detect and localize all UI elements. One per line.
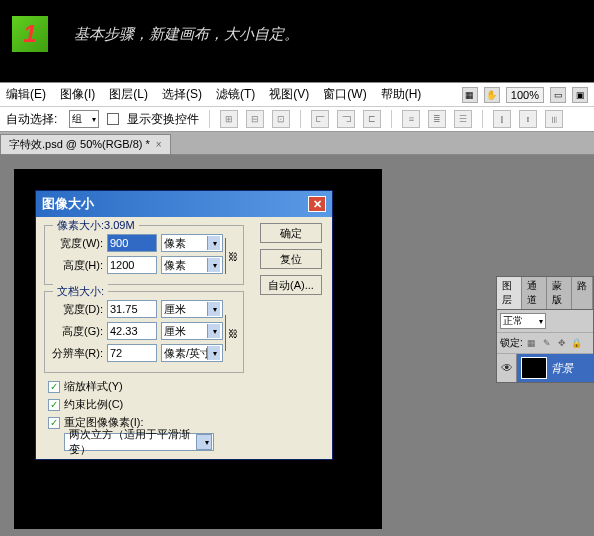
scale-styles-label: 缩放样式(Y) xyxy=(64,379,123,394)
step-badge: 1 xyxy=(12,16,48,52)
menu-select[interactable]: 选择(S) xyxy=(162,86,202,103)
ok-button[interactable]: 确定 xyxy=(260,223,322,243)
options-bar: 自动选择: 组 显示变换控件 ⊞ ⊟ ⊡ ⫍ ⫎ ⊏ ≡ ≣ ☰ ⫿ ⫾ ⫼ xyxy=(0,106,594,132)
resolution-label: 分辨率(R): xyxy=(51,346,103,361)
align-icon[interactable]: ⊏ xyxy=(363,110,381,128)
tab-channels[interactable]: 通道 xyxy=(522,277,547,309)
doc-height-label: 高度(G): xyxy=(51,324,103,339)
doc-width-label: 宽度(D): xyxy=(51,302,103,317)
workspace-icon[interactable]: ▦ xyxy=(462,87,478,103)
doc-width-input[interactable] xyxy=(107,300,157,318)
lock-label: 锁定: xyxy=(500,336,523,350)
menu-view[interactable]: 视图(V) xyxy=(269,86,309,103)
menu-image[interactable]: 图像(I) xyxy=(60,86,95,103)
align-icon[interactable]: ⊟ xyxy=(246,110,264,128)
blend-mode-combo[interactable]: 正常 xyxy=(500,313,546,329)
close-icon[interactable]: ✕ xyxy=(308,196,326,212)
lock-all-icon[interactable]: 🔒 xyxy=(571,337,583,349)
image-size-dialog: 图像大小 ✕ 确定 复位 自动(A)... 像素大小:3.09M 宽度(W): … xyxy=(35,190,333,460)
height-unit-combo[interactable]: 像素▾ xyxy=(161,256,223,274)
step-description: 基本步骤，新建画布，大小自定。 xyxy=(74,25,299,44)
layer-item-background[interactable]: 👁 背景 xyxy=(497,354,593,382)
dist-icon[interactable]: ☰ xyxy=(454,110,472,128)
show-controls-label: 显示变换控件 xyxy=(127,111,199,128)
dialog-titlebar[interactable]: 图像大小 ✕ xyxy=(36,191,332,217)
show-controls-checkbox[interactable] xyxy=(107,113,119,125)
height-label: 高度(H): xyxy=(51,258,103,273)
menu-filter[interactable]: 滤镜(T) xyxy=(216,86,255,103)
doc-width-unit-combo[interactable]: 厘米▾ xyxy=(161,300,223,318)
pixel-size-legend: 像素大小:3.09M xyxy=(53,218,139,233)
view-icon[interactable]: ▭ xyxy=(550,87,566,103)
width-unit-combo[interactable]: 像素▾ xyxy=(161,234,223,252)
tab-layers[interactable]: 图层 xyxy=(497,277,522,309)
close-tab-icon[interactable]: × xyxy=(156,139,162,150)
lock-brush-icon[interactable]: ✎ xyxy=(541,337,553,349)
align-icon[interactable]: ⫍ xyxy=(311,110,329,128)
layer-name: 背景 xyxy=(551,361,573,376)
width-label: 宽度(W): xyxy=(51,236,103,251)
menu-window[interactable]: 窗口(W) xyxy=(323,86,366,103)
document-tab[interactable]: 字特效.psd @ 50%(RGB/8) * × xyxy=(0,134,171,154)
reset-button[interactable]: 复位 xyxy=(260,249,322,269)
height-input[interactable] xyxy=(107,256,157,274)
resolution-unit-combo[interactable]: 像素/英寸▾ xyxy=(161,344,223,362)
align-icon[interactable]: ⫎ xyxy=(337,110,355,128)
tab-paths[interactable]: 路 xyxy=(572,277,593,309)
dist-icon[interactable]: ≣ xyxy=(428,110,446,128)
autoselect-combo[interactable]: 组 xyxy=(69,110,99,128)
lock-move-icon[interactable]: ✥ xyxy=(556,337,568,349)
zoom-level[interactable]: 100% xyxy=(506,87,544,103)
width-input[interactable] xyxy=(107,234,157,252)
autoselect-label: 自动选择: xyxy=(6,111,57,128)
screen-icon[interactable]: ▣ xyxy=(572,87,588,103)
resample-method-combo[interactable]: 两次立方（适用于平滑渐变）▾ xyxy=(64,433,214,451)
link-icon: ⛓ xyxy=(228,251,238,262)
doc-height-unit-combo[interactable]: 厘米▾ xyxy=(161,322,223,340)
dist-icon[interactable]: ⫼ xyxy=(545,110,563,128)
doc-height-input[interactable] xyxy=(107,322,157,340)
align-icon[interactable]: ⊞ xyxy=(220,110,238,128)
menu-layer[interactable]: 图层(L) xyxy=(109,86,148,103)
menu-bar: 编辑(E) 图像(I) 图层(L) 选择(S) 滤镜(T) 视图(V) 窗口(W… xyxy=(0,82,594,106)
scale-styles-checkbox[interactable]: ✓ xyxy=(48,381,60,393)
resample-checkbox[interactable]: ✓ xyxy=(48,417,60,429)
constrain-label: 约束比例(C) xyxy=(64,397,123,412)
doc-size-legend: 文档大小: xyxy=(53,284,108,299)
document-tabbar: 字特效.psd @ 50%(RGB/8) * × xyxy=(0,132,594,155)
dialog-title: 图像大小 xyxy=(42,195,94,213)
align-icon[interactable]: ⊡ xyxy=(272,110,290,128)
layers-panel: 图层 通道 蒙版 路 正常 锁定: ▦ ✎ ✥ 🔒 👁 背景 xyxy=(496,276,594,383)
tab-masks[interactable]: 蒙版 xyxy=(547,277,572,309)
dist-icon[interactable]: ≡ xyxy=(402,110,420,128)
constrain-checkbox[interactable]: ✓ xyxy=(48,399,60,411)
link-bracket xyxy=(225,315,226,351)
menu-edit[interactable]: 编辑(E) xyxy=(6,86,46,103)
menu-help[interactable]: 帮助(H) xyxy=(381,86,422,103)
lock-trans-icon[interactable]: ▦ xyxy=(526,337,538,349)
visibility-icon[interactable]: 👁 xyxy=(497,354,517,382)
link-icon: ⛓ xyxy=(228,328,238,339)
layer-thumbnail[interactable] xyxy=(521,357,547,379)
auto-button[interactable]: 自动(A)... xyxy=(260,275,322,295)
dist-icon[interactable]: ⫾ xyxy=(519,110,537,128)
hand-icon[interactable]: ✋ xyxy=(484,87,500,103)
resolution-input[interactable] xyxy=(107,344,157,362)
link-bracket xyxy=(225,238,226,274)
dist-icon[interactable]: ⫿ xyxy=(493,110,511,128)
